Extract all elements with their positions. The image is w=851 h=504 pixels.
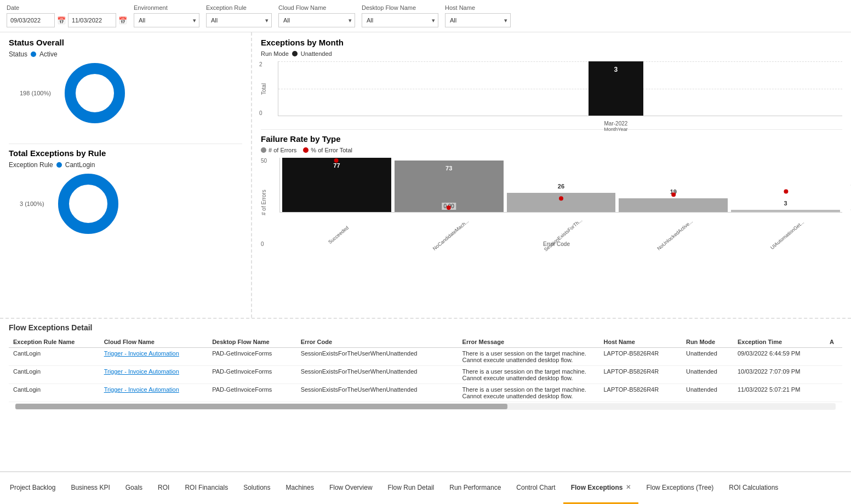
date-filter-group: Date 📅 📅 [7, 4, 127, 27]
cell-exception-time-1: 10/03/2022 7:07:09 PM [733, 366, 825, 384]
cloud-flow-dropdown[interactable]: All [278, 13, 355, 27]
cloud-flow-filter-group: Cloud Flow Name All [278, 4, 355, 27]
tab-flow-exceptions[interactable]: Flow Exceptions✕ [563, 472, 639, 504]
status-title: Status Overall [9, 38, 242, 47]
legend-errors-dot [261, 147, 266, 153]
month-bar-label: Mar-2022 MonthYear [589, 121, 643, 132]
col-error-message[interactable]: Error Message [458, 336, 599, 348]
rule-donut-label: 3 (100%) [20, 201, 44, 207]
col-desktop-flow[interactable]: Desktop Flow Name [208, 336, 296, 348]
exception-rule-filter-group: Exception Rule All [206, 4, 272, 27]
calendar-to-icon[interactable]: 📅 [118, 16, 127, 25]
month-bar-value: 3 [614, 66, 618, 73]
rule-donut-wrap: 3 (100%) [20, 171, 242, 237]
legend-errors-label: # of Errors [269, 147, 296, 153]
failure-y-top: 50 [261, 158, 267, 164]
col-host[interactable]: Host Name [599, 336, 682, 348]
run-mode-dot-icon [292, 51, 298, 56]
table-row: CantLogin Trigger - Invoice Automation P… [9, 366, 842, 384]
tab-flow-overview[interactable]: Flow Overview [322, 472, 380, 504]
calendar-from-icon[interactable]: 📅 [57, 16, 66, 25]
date-from-input[interactable] [7, 13, 55, 27]
tab-flow-run-detail[interactable]: Flow Run Detail [380, 472, 442, 504]
left-panel: Status Overall Status Active 198 (100%) [0, 32, 252, 318]
date-filter-control: 📅 📅 [7, 13, 127, 27]
tab-control-chart[interactable]: Control Chart [509, 472, 563, 504]
svg-point-2 [79, 78, 110, 108]
tab-goals[interactable]: Goals [118, 472, 150, 504]
date-to-input[interactable] [68, 13, 116, 27]
status-donut-chart [62, 60, 128, 126]
tab-machines[interactable]: Machines [278, 472, 322, 504]
table-row: CantLogin Trigger - Invoice Automation P… [9, 348, 842, 366]
upper-content: Status Overall Status Active 198 (100%) [0, 32, 851, 318]
rule-donut-chart [55, 171, 121, 237]
failure-rate-legend: # of Errors % of Error Total [261, 147, 842, 153]
host-name-filter-group: Host Name All [445, 4, 511, 27]
cell-exception-time-0: 09/03/2022 6:44:59 PM [733, 348, 825, 366]
left-divider-1 [9, 144, 242, 144]
svg-point-5 [73, 188, 104, 219]
failure-y-bot: 0 [261, 241, 264, 247]
exceptions-month-title: Exceptions by Month [261, 38, 842, 47]
cell-error-code-0: SessionExistsForTheUserWhenUnattended [296, 348, 458, 366]
tab-business-kpi[interactable]: Business KPI [63, 472, 117, 504]
col-error-code[interactable]: Error Code [296, 336, 458, 348]
col-cloud-flow[interactable]: Cloud Flow Name [100, 336, 208, 348]
environment-dropdown-wrapper: All [134, 13, 199, 27]
run-mode-line: Run Mode Unattended [261, 50, 842, 57]
desktop-flow-filter-group: Desktop Flow Name All [362, 4, 438, 27]
right-panel: Exceptions by Month Run Mode Unattended … [252, 32, 851, 318]
col-exception-rule[interactable]: Exception Rule Name [9, 336, 100, 348]
page-wrapper: Date 📅 📅 Environment All Exception Rule … [0, 0, 851, 504]
detail-title: Flow Exceptions Detail [9, 323, 842, 332]
horizontal-scrollbar[interactable] [15, 403, 836, 410]
cell-host-1: LAPTOP-B5826R4R [599, 366, 682, 384]
cloud-flow-filter-label: Cloud Flow Name [278, 4, 355, 11]
col-exception-time[interactable]: Exception Time [733, 336, 825, 348]
cell-exception-rule-0: CantLogin [9, 348, 100, 366]
tab-run-performance[interactable]: Run Performance [442, 472, 509, 504]
failure-y-axis-label: # of Errors [261, 158, 269, 247]
y-label-2: 2 [259, 61, 262, 67]
legend-pct-label: % of Error Total [311, 147, 352, 153]
status-line: Status Active [9, 50, 242, 58]
status-value: Active [39, 50, 58, 58]
desktop-flow-filter-label: Desktop Flow Name [362, 4, 438, 11]
tab-roi-financials[interactable]: ROI Financials [177, 472, 236, 504]
cell-error-message-1: There is a user session on the target ma… [458, 366, 599, 384]
y-label-0: 0 [259, 110, 262, 116]
tab-roi[interactable]: ROI [150, 472, 177, 504]
cell-a-0 [825, 348, 842, 366]
exception-rule-dropdown[interactable]: All [206, 13, 272, 27]
month-bar-mar2022: 3 [589, 61, 643, 116]
tab-flow-exceptions-tree[interactable]: Flow Exceptions (Tree) [638, 472, 721, 504]
cell-cloud-flow-2[interactable]: Trigger - Invoice Automation [100, 384, 208, 402]
environment-filter-group: Environment All [134, 4, 199, 27]
tab-project-backlog[interactable]: Project Backlog [2, 472, 63, 504]
col-a[interactable]: A [825, 336, 842, 348]
status-donut-label: 198 (100%) [20, 90, 51, 96]
cell-cloud-flow-1[interactable]: Trigger - Invoice Automation [100, 366, 208, 384]
exceptions-by-rule-title: Total Exceptions by Rule [9, 148, 242, 158]
exception-rule-filter-label: Exception Rule [206, 4, 272, 11]
host-name-dropdown[interactable]: All [445, 13, 511, 27]
desktop-flow-dropdown[interactable]: All [362, 13, 438, 27]
cell-error-code-1: SessionExistsForTheUserWhenUnattended [296, 366, 458, 384]
exception-rule-value: CantLogin [65, 161, 95, 169]
cell-exception-rule-2: CantLogin [9, 384, 100, 402]
environment-dropdown[interactable]: All [134, 13, 199, 27]
cell-desktop-flow-1: PAD-GetInvoiceForms [208, 366, 296, 384]
cell-error-message-2: There is a user session on the target ma… [458, 384, 599, 402]
cell-run-mode-0: Unattended [682, 348, 733, 366]
cell-cloud-flow-0[interactable]: Trigger - Invoice Automation [100, 348, 208, 366]
tab-close-flow-exceptions[interactable]: ✕ [626, 484, 631, 491]
tab-solutions[interactable]: Solutions [236, 472, 278, 504]
tab-roi-calculations[interactable]: ROI Calculations [721, 472, 786, 504]
table-scroll-area[interactable]: Exception Rule Name Cloud Flow Name Desk… [9, 336, 842, 402]
col-run-mode[interactable]: Run Mode [682, 336, 733, 348]
cell-desktop-flow-0: PAD-GetInvoiceForms [208, 348, 296, 366]
exception-rule-text: Exception Rule [9, 161, 53, 169]
status-overall-section: Status Overall Status Active 198 (100%) [9, 38, 242, 130]
right-divider-1 [261, 129, 842, 130]
